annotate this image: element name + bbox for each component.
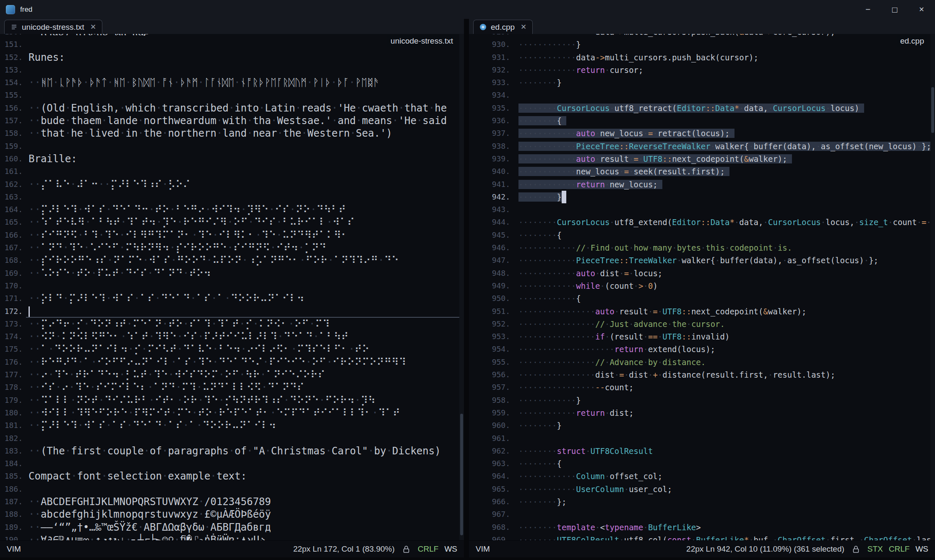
code-line[interactable]: 949.············while·(count·>·0) bbox=[469, 280, 935, 292]
code-line[interactable]: 960.········} bbox=[469, 419, 935, 432]
code-line[interactable]: 185.Compact·font·selection·example·text: bbox=[0, 470, 464, 482]
code-line[interactable]: 174.··⠪⠝·⠅⠝⠪⠇⠫⠛⠑⠂·⠱⠁⠞·⠹⠻⠑·⠊⠎·⠏⠜⠞⠊⠊⠥⠇⠜⠇⠹·… bbox=[0, 330, 464, 343]
code-line[interactable]: 176.··⠗⠑⠛⠜⠙·⠁·⠊⠕⠋⠋⠔⠤⠝⠁⠊⠇·⠁⠎·⠹⠑·⠙⠑⠁⠙⠑⠌·⠏⠊… bbox=[0, 356, 464, 368]
scrollbar-thumb[interactable] bbox=[931, 87, 934, 133]
tab-ed-cpp[interactable]: ed.cpp ✕ bbox=[473, 20, 533, 34]
code-line[interactable]: 158.··that·he·lived·in·the·northern·land… bbox=[0, 127, 464, 140]
code-line[interactable]: 947.············PieceTree::TreeWalker·wa… bbox=[469, 254, 935, 267]
code-line[interactable]: 160.Braille: bbox=[0, 153, 464, 165]
code-line[interactable]: 931.············data->multi_cursors.push… bbox=[469, 51, 935, 64]
code-line[interactable]: 187.··ABCDEFGHIJKLMNOPQRSTUVWXYZ·/012345… bbox=[0, 495, 464, 508]
maximize-button[interactable]: □ bbox=[881, 0, 908, 19]
code-line[interactable]: 963.········{ bbox=[469, 457, 935, 470]
code-line[interactable]: 186. bbox=[0, 483, 464, 495]
tab-close-icon[interactable]: ✕ bbox=[90, 23, 96, 31]
code-line[interactable]: 961. bbox=[469, 432, 935, 445]
code-line[interactable]: 181.··⡍⠜⠇⠑⠹·⠺⠁⠎·⠁⠎·⠙⠑⠁⠙·⠁⠎·⠁·⠙⠕⠕⠗⠤⠝⠁⠊⠇⠲ bbox=[0, 419, 464, 432]
code-line[interactable]: 959.············return·dist; bbox=[469, 407, 935, 419]
code-line[interactable]: 941.············return·new_locus; bbox=[469, 178, 935, 191]
code-line[interactable]: 954.····················return·extend(lo… bbox=[469, 343, 935, 355]
minimize-button[interactable]: ─ bbox=[854, 0, 881, 19]
code-line[interactable]: 952.················//·Just·advance·the·… bbox=[469, 318, 935, 330]
code-line[interactable]: 190.··∀∂∈ℝ∧∪≡∞·↑↗↨↻⇣·┐┼╔╘►☺♀·ﬁ�⑀₂ἠḂӥẄɐː⍎… bbox=[0, 534, 464, 540]
text-editor-left[interactable]: 150.··እግርህን·በፍራሽህ·ልክ·ዘርጋ።151.152.Runes:1… bbox=[0, 34, 464, 540]
code-line[interactable]: 172. bbox=[0, 305, 464, 318]
tab-bar-left: unicode-stress.txt ✕ bbox=[0, 19, 464, 34]
code-line[interactable]: 940.············new_locus·=·seek(result.… bbox=[469, 165, 935, 178]
code-line[interactable]: 966.········}; bbox=[469, 495, 935, 508]
code-line[interactable]: 967. bbox=[469, 508, 935, 521]
code-line[interactable]: 951.················auto·result·=·UTF8::… bbox=[469, 305, 935, 318]
code-text: ············auto·dist·=·locus; bbox=[518, 267, 662, 280]
code-line[interactable]: 948.············auto·dist·=·locus; bbox=[469, 267, 935, 280]
scrollbar-thumb[interactable] bbox=[460, 414, 463, 535]
line-number: 181. bbox=[0, 419, 23, 432]
code-line[interactable]: 159. bbox=[0, 140, 464, 153]
tab-close-icon[interactable]: ✕ bbox=[521, 23, 526, 31]
code-line[interactable]: 964.············Column·offset_col; bbox=[469, 470, 935, 482]
tab-unicode-stress-txt[interactable]: unicode-stress.txt ✕ bbox=[4, 20, 102, 34]
code-line[interactable]: 183.··(The·first·couple·of·paragraphs·of… bbox=[0, 445, 464, 457]
status-right-group: 22px Ln 172, Col 1 (83.90%) CRLFWS bbox=[293, 544, 457, 554]
code-line[interactable]: 173.··⡍⠔⠙⠖·⡊·⠙⠕⠝⠰⠞·⠍⠑⠁⠝·⠞⠕·⠎⠁⠹·⠹⠁⠞·⡊·⠅⠝⠪… bbox=[0, 318, 464, 330]
line-number: 933. bbox=[469, 76, 510, 89]
code-line[interactable]: 178.··⠊⠎·⠔·⠹⠑·⠎⠊⠍⠊⠇⠑⠆·⠁⠝⠙·⠍⠹·⠥⠝⠙⠁⠇⠇⠪⠫·⠙⠁… bbox=[0, 381, 464, 394]
code-line[interactable]: 156.··(Old·English,·which·transcribed·in… bbox=[0, 102, 464, 114]
code-line[interactable]: 957.················--count; bbox=[469, 381, 935, 394]
code-line[interactable]: 171.··⡕⠇⠙·⡍⠜⠇⠑⠹·⠺⠁⠎·⠁⠎·⠙⠑⠁⠙·⠁⠎·⠁·⠙⠕⠕⠗⠤⠝⠁… bbox=[0, 292, 464, 305]
code-line[interactable]: 934. bbox=[469, 89, 935, 101]
close-button[interactable]: ✕ bbox=[908, 0, 935, 19]
code-line[interactable]: 955.················//·Advance·by·distan… bbox=[469, 356, 935, 368]
code-line[interactable]: 164.··⡍⠜⠇⠑⠹·⠺⠁⠎·⠙⠑⠁⠙⠒·⠞⠕·⠃⠑⠛⠔·⠺⠊⠹⠲·⡹⠻⠑·⠊… bbox=[0, 203, 464, 216]
code-line[interactable]: 958.············} bbox=[469, 394, 935, 407]
code-line[interactable]: 969.········UTF8ColResult·utf8_col(const… bbox=[469, 534, 935, 540]
code-line[interactable]: 932.············return·cursor; bbox=[469, 64, 935, 76]
code-line[interactable]: 153. bbox=[0, 64, 464, 76]
code-line[interactable]: 180.··⠺⠊⠇⠇·⠹⠻⠑⠋⠕⠗⠑·⠏⠻⠍⠊⠞·⠍⠑·⠞⠕·⠗⠑⠏⠑⠁⠞⠂·⠑… bbox=[0, 407, 464, 419]
code-line[interactable]: 950.············{ bbox=[469, 292, 935, 305]
code-line[interactable]: 189.··–—‘“”„†•…‰™œŠŸž€·ΑΒΓΔΩαβγδω·АБВГДа… bbox=[0, 521, 464, 534]
code-line[interactable]: 179.··⠩⠁⠇⠇·⠝⠕⠞·⠙⠊⠌⠥⠗⠃·⠊⠞⠂·⠕⠗·⠹⠑·⡊⠳⠝⠞⠗⠹⠰⠎… bbox=[0, 394, 464, 407]
code-line[interactable]: 182. bbox=[0, 432, 464, 445]
code-line[interactable]: 933.········} bbox=[469, 76, 935, 89]
code-line[interactable]: 163. bbox=[0, 191, 464, 203]
code-line[interactable]: 152.Runes: bbox=[0, 51, 464, 64]
code-line[interactable]: 154.··ᚻᛖ·ᚳᚹᚫᚦ·ᚦᚫᛏ·ᚻᛖ·ᛒᚢᛞᛖ·ᚩᚾ·ᚦᚫᛗ·ᛚᚪᚾᛞᛖ·ᚾ… bbox=[0, 76, 464, 89]
code-line[interactable]: 968.········template·<typename·BufferLik… bbox=[469, 521, 935, 534]
code-line[interactable]: 161. bbox=[0, 165, 464, 178]
code-line[interactable]: 953.················if·(result·==·UTF8::… bbox=[469, 330, 935, 343]
code-line[interactable]: 942.········} bbox=[469, 191, 935, 203]
text-editor-right[interactable]: 929.················data->multi_cursors.… bbox=[469, 34, 935, 540]
code-line[interactable]: 929.················data->multi_cursors.… bbox=[469, 34, 935, 38]
code-text: ··(The·first·couple·of·paragraphs·of·"A·… bbox=[29, 445, 441, 457]
scrollbar[interactable] bbox=[459, 34, 464, 540]
code-line[interactable]: 162.··⡌⠁⠧⠑·⠼⠁⠒··⡍⠜⠇⠑⠹⠰⠎·⡣⠕⠌ bbox=[0, 178, 464, 191]
code-line[interactable]: 177.··⠔·⠹⠑·⠞⠗⠁⠙⠑⠲·⡃⠥⠞·⠹⠑·⠺⠊⠎⠙⠕⠍·⠕⠋·⠳⠗·⠁⠝… bbox=[0, 368, 464, 381]
code-line[interactable]: 938.············PieceTree::ReverseTreeWa… bbox=[469, 140, 935, 153]
code-line[interactable]: 169.··⠡⠕⠎⠑·⠞⠕·⠏⠥⠞·⠙⠊⠎·⠙⠁⠝⠙·⠞⠕⠲ bbox=[0, 267, 464, 280]
code-line[interactable]: 167.··⠁⠝⠙·⠹⠑·⠡⠊⠑⠋·⠍⠳⠗⠝⠻⠲·⡎⠊⠗⠕⠕⠛⠑·⠎⠊⠛⠝⠫·⠊… bbox=[0, 241, 464, 254]
code-line[interactable]: 166.··⠎⠊⠛⠝⠫·⠃⠹·⠹⠑·⠊⠇⠻⠛⠹⠍⠁⠝⠂·⠹⠑·⠊⠇⠻⠅⠂·⠹⠑·… bbox=[0, 229, 464, 241]
code-line[interactable]: 175.··⠁·⠙⠕⠕⠗⠤⠝⠁⠊⠇⠲·⡊·⠍⠊⠣⠞·⠙⠁⠧⠑·⠃⠑⠲·⠔⠊⠇⠔⠫… bbox=[0, 343, 464, 355]
code-line[interactable]: 157.··bude·thaem·lande·northweardum·with… bbox=[0, 114, 464, 127]
code-line[interactable]: 945.········{ bbox=[469, 229, 935, 241]
code-line[interactable]: 944.········CursorLocus·utf8_extend(Edit… bbox=[469, 216, 935, 228]
code-line[interactable]: 946.············//·Find·out·how·many·byt… bbox=[469, 241, 935, 254]
line-number: 173. bbox=[0, 318, 23, 330]
code-line[interactable]: 939.············auto·result·=·UTF8::next… bbox=[469, 153, 935, 165]
code-line[interactable]: 930.············} bbox=[469, 38, 935, 51]
code-line[interactable]: 188.··abcdefghijklmnopqrstuvwxyz·£©µÀÆÖÞ… bbox=[0, 508, 464, 521]
code-line[interactable]: 943. bbox=[469, 203, 935, 216]
code-line[interactable]: 937.············auto·new_locus·=·retract… bbox=[469, 127, 935, 140]
code-line[interactable]: 962.········struct·UTF8ColResult bbox=[469, 445, 935, 457]
code-line[interactable]: 935.········CursorLocus·utf8_retract(Edi… bbox=[469, 102, 935, 114]
code-line[interactable]: 168.··⡎⠊⠗⠕⠕⠛⠑⠰⠎·⠝⠁⠍⠑·⠺⠁⠎·⠛⠕⠕⠙·⠥⠏⠕⠝·⠰⡡⠁⠝⠛… bbox=[0, 254, 464, 267]
code-line[interactable]: 155. bbox=[0, 89, 464, 101]
code-line[interactable]: 170. bbox=[0, 280, 464, 292]
code-line[interactable]: 965.············UserColumn·user_col; bbox=[469, 483, 935, 495]
code-line[interactable]: 956.················dist·=·dist·+·distan… bbox=[469, 368, 935, 381]
scrollbar[interactable] bbox=[930, 34, 935, 540]
code-line[interactable]: 184. bbox=[0, 457, 464, 470]
code-line[interactable]: 165.··⠱⠁⠞⠑⠧⠻·⠁⠃⠳⠞·⠹⠁⠞⠲·⡹⠑·⠗⠑⠛⠊⠌⠻·⠕⠋·⠙⠊⠎·… bbox=[0, 216, 464, 228]
code-line[interactable]: 936.········{ bbox=[469, 114, 935, 127]
